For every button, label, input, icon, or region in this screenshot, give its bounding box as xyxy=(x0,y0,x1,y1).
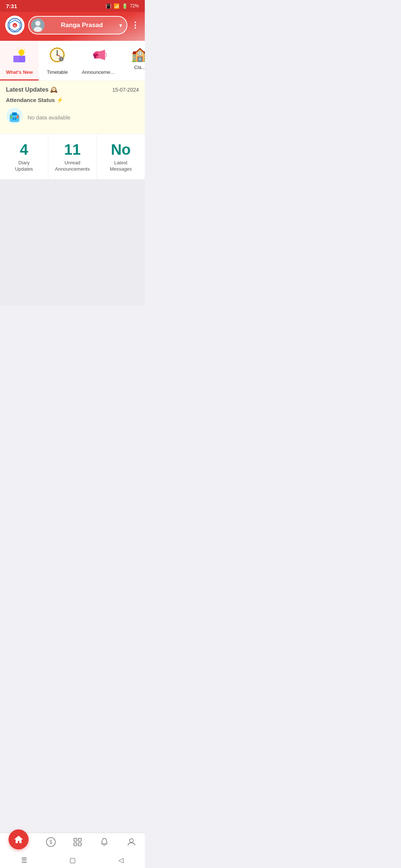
updates-header: Latest Updates 🕰️ 15-07-2024 xyxy=(6,86,139,93)
svg-line-15 xyxy=(18,49,19,50)
tab-class-label: Cla... xyxy=(134,65,145,70)
stat-announcements[interactable]: 11 UnreadAnnouncements xyxy=(48,134,97,179)
no-data-text: No data available xyxy=(27,114,71,121)
stat-messages-label: LatestMessages xyxy=(101,160,141,172)
svg-point-10 xyxy=(19,49,25,55)
svg-text:S: S xyxy=(14,24,16,27)
updates-date: 15-07-2024 xyxy=(112,87,139,93)
svg-rect-35 xyxy=(10,115,12,118)
status-icons: 📳 📶 🔋 72% xyxy=(105,3,139,9)
svg-rect-28 xyxy=(94,56,96,59)
tab-timetable[interactable]: Timetable xyxy=(39,41,76,80)
whats-new-icon xyxy=(10,46,28,67)
svg-line-14 xyxy=(25,49,25,50)
vibrate-icon: 📳 xyxy=(105,3,111,9)
user-pill[interactable]: Ranga Prasad ▾ xyxy=(28,16,127,34)
no-data-row: No data available xyxy=(6,107,139,128)
stat-diary-label: DiaryUpdates xyxy=(4,160,44,172)
wifi-icon: 📶 xyxy=(114,3,120,9)
svg-rect-31 xyxy=(12,112,17,115)
stat-diary-value: 4 xyxy=(4,141,44,158)
svg-point-33 xyxy=(14,118,15,119)
stat-diary[interactable]: 4 DiaryUpdates xyxy=(0,134,48,179)
announcements-icon xyxy=(89,46,107,67)
more-menu-button[interactable]: ⋮ xyxy=(131,20,140,30)
tab-announcements-label: Announcemen... xyxy=(82,69,115,75)
tab-announcements[interactable]: Announcemen... xyxy=(76,41,121,80)
svg-rect-11 xyxy=(20,55,23,56)
no-data-icon xyxy=(6,107,23,128)
class-icon: 🏫 xyxy=(131,46,145,62)
updates-title: Latest Updates 🕰️ xyxy=(6,86,58,93)
battery-icon: 🔋 xyxy=(122,3,128,9)
attendance-title: Attendance Status ⚡ xyxy=(6,97,139,103)
svg-rect-27 xyxy=(93,54,98,56)
svg-rect-9 xyxy=(13,56,19,62)
tab-class[interactable]: 🏫 Cla... xyxy=(121,41,145,80)
content-area xyxy=(0,180,145,306)
svg-point-24 xyxy=(61,58,62,60)
stat-announcements-value: 11 xyxy=(52,141,92,158)
header: S Ranga Prasad ▾ ⋮ xyxy=(0,12,145,41)
stats-row: 4 DiaryUpdates 11 UnreadAnnouncements No… xyxy=(0,134,145,180)
status-time: 7:31 xyxy=(6,3,17,9)
stat-announcements-label: UnreadAnnouncements xyxy=(52,160,92,172)
svg-marker-26 xyxy=(98,50,105,60)
user-avatar xyxy=(31,19,45,32)
tab-whats-new[interactable]: What's New xyxy=(0,41,39,80)
tab-whats-new-label: What's New xyxy=(6,69,33,75)
latest-updates-card: Latest Updates 🕰️ 15-07-2024 Attendance … xyxy=(0,81,145,134)
svg-point-21 xyxy=(56,54,58,56)
stat-messages-value: No xyxy=(101,141,141,158)
tab-timetable-label: Timetable xyxy=(47,69,68,75)
timetable-icon xyxy=(48,46,66,67)
svg-rect-12 xyxy=(21,56,22,56)
svg-rect-34 xyxy=(17,115,19,118)
school-logo: S xyxy=(5,16,25,35)
user-name: Ranga Prasad xyxy=(48,22,116,29)
nav-tabs: What's New Timetable xyxy=(0,41,145,81)
battery-percent: 72% xyxy=(130,3,139,9)
stat-messages[interactable]: No LatestMessages xyxy=(97,134,145,179)
svg-point-6 xyxy=(35,21,40,26)
dropdown-arrow-icon: ▾ xyxy=(119,22,122,29)
status-bar: 7:31 📳 📶 🔋 72% xyxy=(0,0,145,12)
